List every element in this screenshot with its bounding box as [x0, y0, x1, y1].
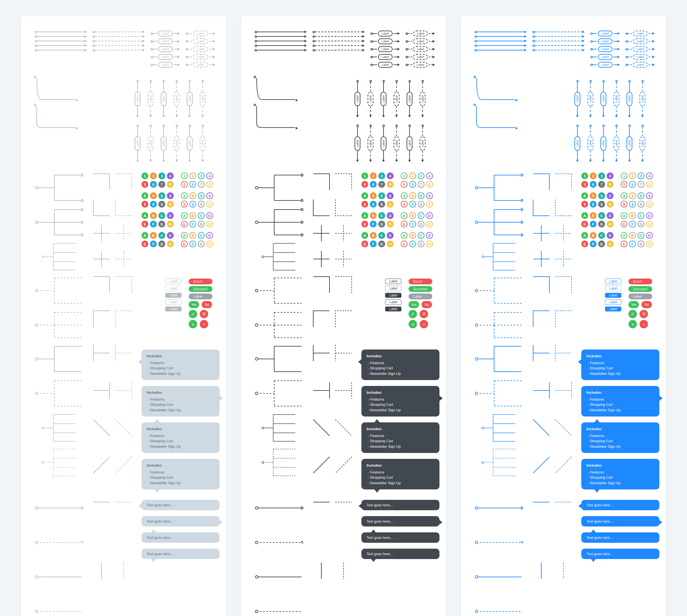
- callout-box: Includes: FeaturesShopping CartNewslette…: [361, 386, 439, 417]
- svg-point-11: [36, 576, 38, 578]
- horizontal-connectors: Label Label Label Label Label Label Labe…: [35, 30, 212, 70]
- no-button[interactable]: No: [421, 301, 432, 308]
- no-button[interactable]: No: [202, 301, 212, 308]
- label-tags: Label Label Label Label Label Error! Suc…: [581, 279, 652, 328]
- status-label: Label: [409, 293, 432, 300]
- connector-label: Label: [158, 30, 173, 37]
- svg-point-21: [255, 324, 258, 326]
- svg-point-23: [255, 392, 258, 395]
- svg-point-19: [262, 256, 264, 258]
- note-box: Text goes here...: [361, 549, 439, 559]
- label-tags: Label Label Label Label Label Error! Suc…: [141, 279, 212, 328]
- svg-point-22: [255, 358, 258, 360]
- status-label: Label: [628, 293, 652, 300]
- svg-point-46: [475, 610, 478, 613]
- status-success: Success!: [189, 286, 212, 292]
- letter-badges: ABCD EFGH ABCD EFGH: [581, 212, 653, 227]
- note-box: Text goes here...: [361, 516, 439, 527]
- callout-box: Includes: FeaturesShopping CartNewslette…: [581, 350, 659, 380]
- plus-icon[interactable]: +: [409, 320, 417, 328]
- check-icon[interactable]: ✓: [628, 310, 637, 318]
- svg-point-25: [262, 461, 264, 463]
- note-box: Text goes here...: [141, 516, 220, 527]
- svg-point-0: [36, 186, 38, 189]
- svg-point-9: [36, 507, 38, 509]
- svg-point-6: [36, 392, 38, 395]
- svg-point-36: [482, 256, 484, 258]
- numbered-badges: 1234 5678 1234 5678: [141, 173, 213, 188]
- vertical-connectors: Label Label Label Label Label Label: [568, 80, 652, 117]
- svg-point-5: [36, 358, 38, 360]
- cross-icon[interactable]: ✕: [420, 310, 428, 318]
- svg-point-27: [255, 541, 258, 544]
- svg-point-18: [255, 221, 258, 224]
- svg-point-45: [475, 576, 478, 578]
- svg-point-26: [255, 507, 258, 509]
- ui-kit-panel-dark: Label Label Label Label Label Label Labe…: [241, 16, 446, 616]
- mini-connectors: [532, 173, 573, 272]
- note-box: Text goes here...: [581, 516, 659, 527]
- svg-point-38: [475, 324, 478, 326]
- note-box: Text goes here...: [581, 532, 659, 543]
- svg-point-4: [36, 324, 38, 326]
- note-box: Text goes here...: [361, 500, 439, 510]
- svg-point-41: [482, 427, 484, 429]
- letter-badges: ABCD EFGH ABCD EFGH: [141, 212, 213, 227]
- mini-connectors: [92, 173, 133, 272]
- callout-box: Includes: FeaturesShopping CartNewslette…: [361, 422, 439, 453]
- svg-point-3: [36, 289, 38, 292]
- svg-point-43: [475, 507, 478, 509]
- svg-point-7: [42, 427, 44, 429]
- svg-point-34: [475, 186, 478, 189]
- svg-point-35: [475, 221, 478, 224]
- svg-point-37: [475, 289, 478, 292]
- status-label: Label: [189, 293, 212, 300]
- l-connector: [475, 77, 517, 101]
- svg-point-28: [255, 576, 258, 578]
- svg-point-39: [475, 358, 478, 360]
- no-button[interactable]: No: [641, 301, 652, 308]
- vertical-connectors: Label Label Label Label Label Label: [348, 80, 432, 117]
- horizontal-connectors: Label Label Label Label Label Label Labe…: [475, 30, 652, 70]
- svg-point-17: [255, 186, 258, 189]
- minus-icon[interactable]: −: [640, 320, 648, 328]
- check-icon[interactable]: ✓: [409, 310, 417, 318]
- svg-point-42: [482, 461, 484, 463]
- tree-connector: [255, 173, 303, 203]
- mini-connectors: [312, 173, 353, 272]
- numbered-badges: 1234 5678 1234 5678: [361, 173, 433, 188]
- svg-point-1: [36, 221, 38, 224]
- status-error: Error!: [189, 279, 212, 284]
- cross-icon[interactable]: ✕: [640, 310, 648, 318]
- l-connector: [35, 77, 77, 101]
- callout-box: Includes: FeaturesShopping CartNewslette…: [361, 459, 439, 489]
- tree-connector: [35, 173, 84, 203]
- label-tags: Label Label Label Label Label Error! Suc…: [361, 279, 432, 328]
- minus-icon[interactable]: −: [420, 320, 428, 328]
- minus-icon[interactable]: −: [200, 320, 208, 328]
- callout-box: Includes: FeaturesShopping CartNewslette…: [581, 386, 659, 417]
- yes-button[interactable]: Yes: [189, 301, 199, 308]
- note-box: Text goes here...: [141, 500, 220, 510]
- yes-button[interactable]: Yes: [409, 301, 419, 308]
- note-box: Text goes here...: [581, 500, 659, 510]
- plus-icon[interactable]: +: [189, 320, 197, 328]
- status-success: Success!: [409, 286, 432, 292]
- callout-box: Includes: FeaturesShopping CartNewslette…: [141, 459, 220, 489]
- status-error: Error!: [409, 279, 432, 284]
- check-icon[interactable]: ✓: [189, 310, 197, 318]
- l-connector: [255, 77, 297, 101]
- svg-point-8: [42, 461, 44, 463]
- callout-box: Includes: FeaturesShopping CartNewslette…: [581, 459, 659, 489]
- yes-button[interactable]: Yes: [628, 301, 639, 308]
- numbered-badges: 1234 5678 1234 5678: [581, 173, 653, 188]
- cross-icon[interactable]: ✕: [200, 310, 208, 318]
- svg-point-40: [475, 392, 478, 395]
- plus-icon[interactable]: +: [628, 320, 637, 328]
- ui-kit-panel-blue: Label Label Label Label Label Label Labe…: [461, 16, 666, 616]
- callout-box: Includes: FeaturesShopping CartNewslette…: [581, 422, 659, 453]
- callout-box: Includes: FeaturesShopping CartNewslette…: [141, 386, 220, 417]
- status-error: Error!: [628, 279, 652, 284]
- ui-kit-panel-gray: Label Label Label Label Label Label Labe…: [21, 16, 226, 616]
- svg-point-29: [255, 610, 258, 613]
